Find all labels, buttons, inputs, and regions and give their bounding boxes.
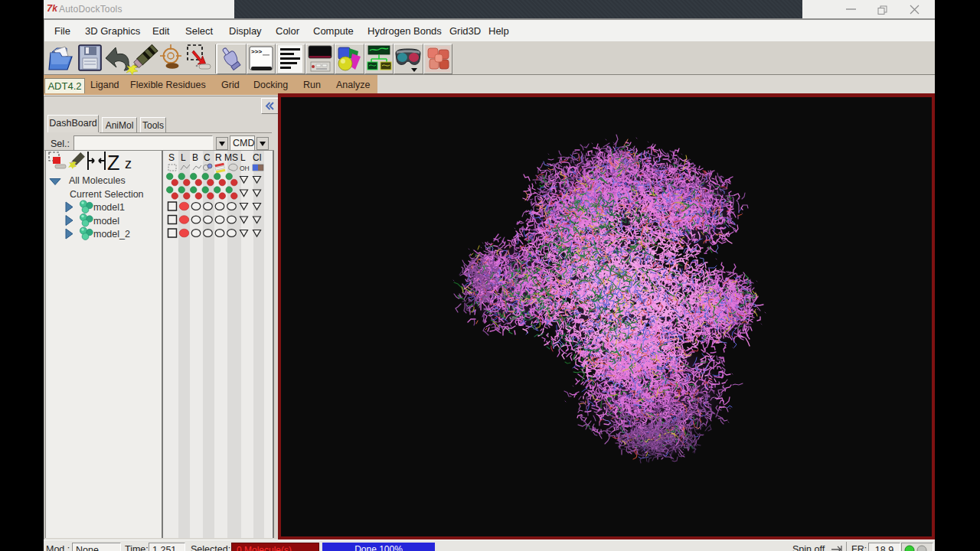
svg-text:>>>: >>> — [251, 48, 263, 55]
svg-text:OH: OH — [240, 165, 250, 172]
